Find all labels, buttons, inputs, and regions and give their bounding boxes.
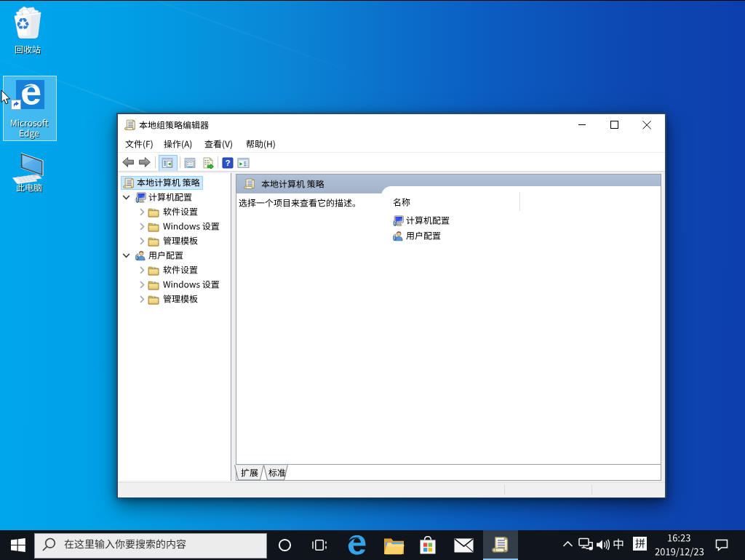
svg-text:?: ? [225, 159, 230, 167]
